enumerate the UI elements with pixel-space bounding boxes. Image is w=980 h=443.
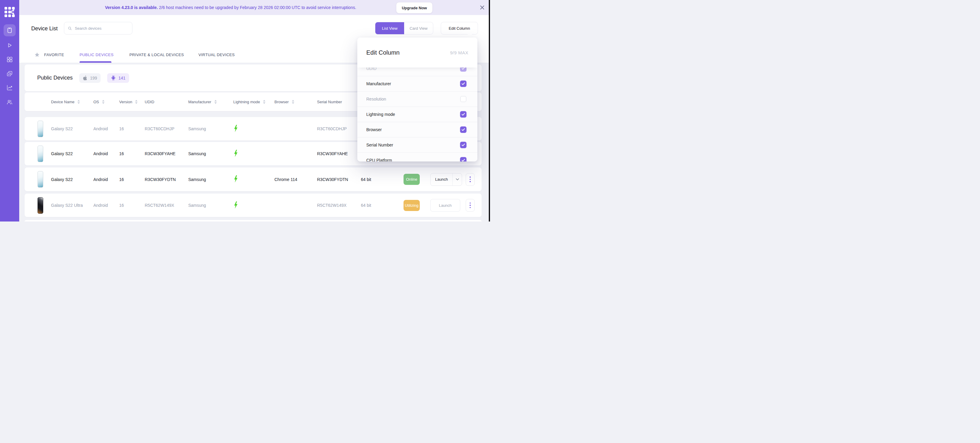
device-version: 16 (119, 177, 145, 182)
column-header-serial-number: Serial Number (317, 100, 361, 104)
status-badge: Online (404, 174, 420, 185)
app-logo-icon[interactable] (5, 7, 15, 17)
sidebar-item-apps[interactable] (3, 53, 16, 65)
device-cpu-platform: 64 bit (361, 177, 404, 182)
sidebar-item-results[interactable] (3, 68, 16, 80)
popup-column-list: UDID Manufacturer Resolution Lightning m… (357, 68, 477, 162)
edit-column-popup: Edit Column 9/9 MAX UDID Manufacturer Re… (357, 38, 477, 162)
search-icon (68, 26, 72, 31)
sidebar-item-analytics[interactable] (3, 82, 16, 94)
device-manufacturer: Samsung (188, 177, 233, 182)
launch-button-disabled[interactable]: Launch (430, 199, 460, 211)
tab-private-local-devices[interactable]: PRIVATE & LOCAL DEVICES (129, 46, 184, 63)
checkbox-checked[interactable] (460, 111, 466, 117)
sort-icon[interactable] (292, 100, 294, 104)
lightning-icon (234, 175, 238, 183)
checkbox-unchecked[interactable] (460, 96, 466, 102)
section-title: Public Devices (37, 75, 73, 81)
column-option-browser[interactable]: Browser (357, 122, 477, 137)
device-thumbnail (38, 197, 43, 214)
device-manufacturer: Samsung (188, 203, 233, 208)
checkbox-checked[interactable] (460, 157, 466, 162)
device-name: Galaxy S22 (51, 177, 93, 182)
tab-public-devices[interactable]: PUBLIC DEVICES (80, 46, 113, 63)
version-banner: Version 4.23.0 is available. 2/6 host ma… (19, 0, 490, 15)
column-option-udid[interactable]: UDID (357, 68, 477, 76)
row-menu-button[interactable] (466, 173, 475, 186)
column-header-browser[interactable]: Browser (274, 100, 317, 104)
device-thumbnail (38, 171, 43, 187)
sort-icon[interactable] (102, 100, 105, 104)
checkbox-checked[interactable] (460, 142, 466, 148)
device-udid: R3CW30FYDTN (145, 177, 188, 182)
android-icon (111, 75, 116, 81)
column-option-lightning-mode[interactable]: Lightning mode (357, 107, 477, 122)
list-view-button[interactable]: List View (375, 22, 404, 34)
sidebar-item-team[interactable] (3, 96, 16, 108)
column-header-lightning-mode[interactable]: Lightning mode (233, 100, 274, 104)
tab-label: FAVORITE (44, 52, 64, 57)
device-thumbnail (38, 146, 43, 162)
column-header-os[interactable]: OS (93, 100, 119, 104)
grid-icon (6, 56, 13, 63)
sort-icon[interactable] (135, 100, 137, 104)
next-row-partial (25, 220, 482, 221)
ios-count-chip[interactable]: 199 (79, 73, 100, 83)
sort-icon[interactable] (215, 100, 217, 104)
column-option-manufacturer[interactable]: Manufacturer (357, 76, 477, 92)
device-name: Galaxy S22 (51, 126, 93, 131)
device-version: 16 (119, 126, 145, 131)
column-option-cpu-platform[interactable]: CPU Platform (357, 153, 477, 162)
android-count-chip[interactable]: 141 (107, 73, 129, 83)
tab-label: PUBLIC DEVICES (80, 52, 113, 57)
sort-icon[interactable] (78, 100, 80, 104)
device-name: Galaxy S22 Ultra (51, 203, 93, 208)
device-version: 16 (119, 203, 145, 208)
sidebar (0, 0, 19, 221)
chart-icon (6, 84, 13, 91)
card-view-button[interactable]: Card View (404, 22, 433, 34)
sidebar-item-run[interactable] (3, 39, 16, 51)
popup-header: Edit Column 9/9 MAX (357, 38, 477, 68)
column-header-manufacturer[interactable]: Manufacturer (188, 100, 233, 104)
tab-label: PRIVATE & LOCAL DEVICES (129, 52, 184, 57)
star-icon (34, 52, 40, 58)
ios-count: 199 (90, 76, 97, 81)
device-version: 16 (119, 151, 145, 156)
lightning-icon (234, 201, 238, 209)
device-os: Android (93, 203, 119, 208)
device-udid: R5CT62W149X (145, 203, 188, 208)
close-icon[interactable] (480, 5, 485, 10)
popup-max-count: 9/9 MAX (450, 50, 468, 55)
page-title: Device List (31, 25, 58, 32)
banner-message: Version 4.23.0 is available. 2/6 host ma… (105, 5, 356, 10)
table-row: Galaxy S22 Ultra Android 16 R5CT62W149X … (25, 194, 482, 217)
tab-virtual-devices[interactable]: VIRTUAL DEVICES (199, 46, 235, 63)
upgrade-now-button[interactable]: Upgrade Now (396, 2, 433, 14)
checkbox-checked-disabled[interactable] (460, 68, 466, 71)
lightning-icon (234, 149, 238, 157)
play-icon (6, 42, 13, 49)
column-option-serial-number[interactable]: Serial Number (357, 137, 477, 153)
column-header-version[interactable]: Version (119, 100, 145, 104)
search-input[interactable] (74, 26, 129, 31)
row-menu-button[interactable] (466, 199, 475, 211)
view-toggle: List View Card View (375, 22, 433, 35)
checkbox-checked[interactable] (460, 127, 466, 133)
tab-favorite[interactable]: FAVORITE (34, 46, 64, 63)
chevron-down-icon[interactable] (452, 173, 462, 186)
device-manufacturer: Samsung (188, 151, 233, 156)
sidebar-item-devices[interactable] (3, 24, 16, 37)
checkbox-checked[interactable] (460, 81, 466, 87)
device-udid: R3CW30FYAHE (145, 151, 188, 156)
launch-button[interactable]: Launch (430, 173, 462, 186)
scrollbar-track[interactable] (489, 0, 490, 221)
column-header-device-name[interactable]: Device Name (51, 100, 93, 104)
column-option-resolution[interactable]: Resolution (357, 92, 477, 107)
search-box (64, 22, 132, 35)
device-name: Galaxy S22 (51, 151, 93, 156)
device-os: Android (93, 151, 119, 156)
edit-column-button[interactable]: Edit Column (441, 22, 478, 35)
sort-icon[interactable] (263, 100, 266, 104)
layers-check-icon (6, 70, 13, 77)
